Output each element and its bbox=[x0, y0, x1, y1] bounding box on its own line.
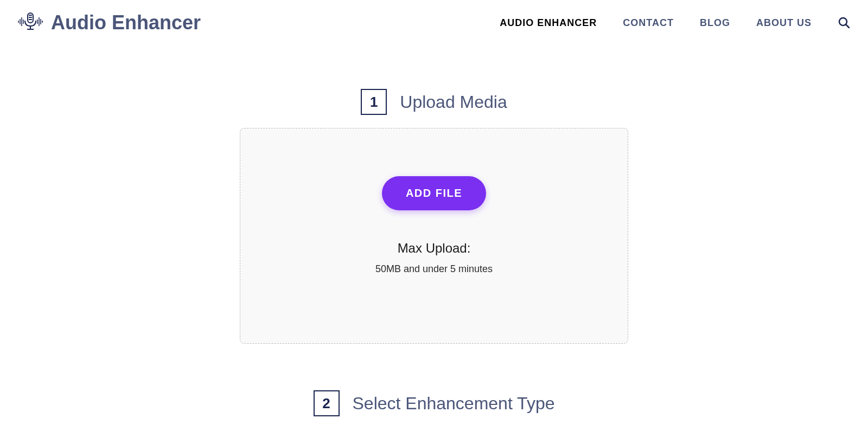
main-content: 1 Upload Media ADD FILE Max Upload: 50MB… bbox=[0, 46, 868, 425]
step1-title: Upload Media bbox=[400, 92, 507, 112]
microphone-icon bbox=[17, 10, 43, 36]
logo-area[interactable]: Audio Enhancer bbox=[17, 10, 201, 36]
nav-audio-enhancer[interactable]: AUDIO ENHANCER bbox=[500, 17, 597, 29]
search-icon[interactable] bbox=[838, 16, 851, 29]
upload-dropzone[interactable]: ADD FILE Max Upload: 50MB and under 5 mi… bbox=[240, 128, 628, 344]
nav-contact[interactable]: CONTACT bbox=[623, 17, 674, 29]
step1-number: 1 bbox=[361, 89, 387, 115]
nav-about-us[interactable]: ABOUT US bbox=[756, 17, 812, 29]
site-header: Audio Enhancer AUDIO ENHANCER CONTACT BL… bbox=[0, 0, 868, 46]
main-nav: AUDIO ENHANCER CONTACT BLOG ABOUT US bbox=[500, 16, 851, 29]
max-upload-detail: 50MB and under 5 minutes bbox=[375, 263, 493, 275]
step1-header: 1 Upload Media bbox=[361, 89, 507, 115]
svg-line-15 bbox=[846, 24, 849, 28]
max-upload-label: Max Upload: bbox=[398, 241, 471, 256]
nav-blog[interactable]: BLOG bbox=[700, 17, 730, 29]
brand-name: Audio Enhancer bbox=[51, 11, 201, 34]
step2-header: 2 Select Enhancement Type bbox=[314, 390, 555, 416]
step2-title: Select Enhancement Type bbox=[353, 394, 555, 414]
step2-number: 2 bbox=[314, 390, 340, 416]
add-file-button[interactable]: ADD FILE bbox=[382, 176, 486, 210]
